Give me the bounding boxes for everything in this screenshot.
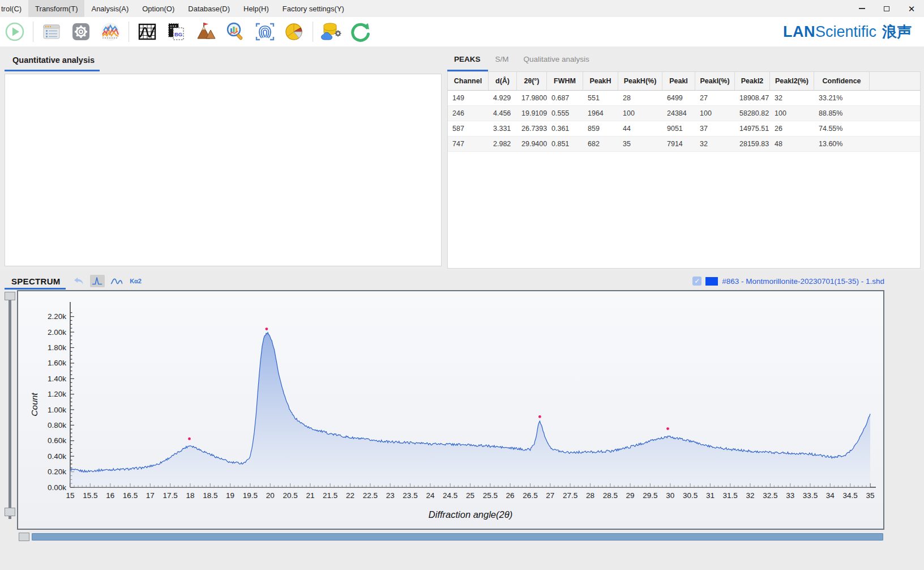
settings-button[interactable] (69, 19, 93, 44)
tab-qualitative-analysis[interactable]: Qualitative analysis (517, 53, 597, 68)
x-zoom-slider-handle[interactable] (19, 533, 29, 541)
menu-item-trolc[interactable]: trol(C) (0, 0, 28, 17)
toolbar-separator (313, 22, 313, 42)
table-cell: 28159.83 (735, 137, 770, 151)
play-button[interactable] (2, 19, 27, 44)
close-button[interactable]: ✕ (899, 0, 924, 17)
gear-icon (70, 21, 92, 42)
table-cell: 27 (695, 91, 735, 105)
search-analysis-button[interactable] (223, 19, 248, 44)
menu-item-databased[interactable]: Database(D) (181, 0, 237, 17)
svg-text:BG: BG (174, 31, 182, 37)
svg-text:30: 30 (666, 491, 674, 500)
table-cell: 0.361 (547, 121, 583, 136)
column-header: 2θ(°) (517, 72, 547, 90)
minimize-button[interactable] (849, 0, 874, 17)
peaks-panel: PEAKSS/MQualitative analysis Channeld(Å)… (447, 51, 921, 269)
play-icon (4, 21, 25, 42)
menu-item-helph[interactable]: Help(H) (237, 0, 276, 17)
table-cell: 18908.47 (735, 91, 770, 105)
y-zoom-slider-top-handle[interactable] (5, 292, 15, 300)
undo-button[interactable] (71, 275, 85, 287)
menu-item-factorysettingsy[interactable]: Factory settings(Y) (276, 0, 351, 17)
spectrum-chart-frame: 0.00k0.20k0.40k0.60k0.80k1.00k1.20k1.40k… (17, 290, 884, 530)
database-sync-icon (319, 21, 344, 42)
column-header: Channel (448, 72, 489, 90)
table-cell: 682 (583, 137, 618, 151)
table-cell: 149 (448, 91, 489, 105)
spectrum-chart: 0.00k0.20k0.40k0.60k0.80k1.00k1.20k1.40k… (18, 291, 883, 529)
table-cell: 1964 (583, 106, 618, 121)
pie-chart-icon (283, 21, 306, 42)
svg-text:29: 29 (626, 491, 635, 500)
svg-text:1.60k: 1.60k (48, 359, 66, 367)
background-subtract-button[interactable]: BG (164, 19, 189, 44)
column-header: PeakI2(%) (770, 72, 814, 90)
maximize-button[interactable] (874, 0, 899, 17)
single-peak-tool[interactable] (90, 275, 105, 287)
table-cell: 859 (583, 121, 618, 136)
y-zoom-slider-bottom-handle[interactable] (5, 508, 15, 516)
report-button[interactable] (39, 19, 64, 44)
table-cell: 28 (618, 91, 662, 105)
double-peak-icon (110, 277, 123, 286)
table-row[interactable]: 5873.33126.73930.3618594490513714975.512… (448, 121, 920, 137)
quantitative-panel: Quantitative analysis (5, 51, 442, 269)
svg-text:22: 22 (346, 491, 354, 500)
table-cell: 37 (695, 121, 735, 136)
svg-text:15: 15 (66, 491, 74, 500)
ka2-toggle[interactable]: Kα2 (129, 275, 143, 287)
fingerprint-search-button[interactable] (253, 19, 277, 44)
table-cell: 4.929 (489, 91, 517, 105)
x-range-scrollbar[interactable] (32, 533, 883, 541)
svg-text:25: 25 (466, 491, 474, 500)
grid-curve-button[interactable] (135, 19, 160, 44)
svg-text:1.40k: 1.40k (48, 375, 66, 383)
spectrum-header: SPECTRUM Kα2 ✓ (0, 272, 924, 290)
svg-text:19.5: 19.5 (243, 491, 258, 500)
table-row[interactable]: 2464.45619.91090.55519641002438410058280… (448, 106, 920, 121)
svg-text:33.5: 33.5 (803, 491, 818, 500)
column-header: d(Å) (489, 72, 517, 90)
svg-text:18: 18 (186, 491, 194, 500)
column-header: Confidence (814, 72, 870, 90)
spectrum-tools: Kα2 (71, 275, 143, 287)
wave-chart-button[interactable] (98, 19, 123, 44)
column-header: FWHM (547, 72, 583, 90)
menu-item-analysisa[interactable]: Analysis(A) (84, 0, 135, 17)
svg-text:31: 31 (706, 491, 715, 500)
pie-chart-button[interactable] (282, 19, 307, 44)
svg-text:0.00k: 0.00k (48, 483, 66, 492)
close-icon: ✕ (908, 5, 916, 13)
column-header: PeakI2 (735, 72, 770, 90)
svg-text:34.5: 34.5 (843, 491, 858, 500)
svg-text:21: 21 (306, 491, 314, 500)
double-peak-tool[interactable] (109, 275, 124, 287)
spectrum-title: SPECTRUM (0, 277, 61, 286)
table-cell: 35 (618, 137, 662, 151)
svg-text:32.5: 32.5 (763, 491, 777, 500)
menu-bar: trol(C)Transform(T)Analysis(A)Option(O)D… (0, 0, 924, 17)
menu-item-transformt[interactable]: Transform(T) (28, 0, 84, 17)
toolbar-separator (33, 22, 33, 42)
table-cell: 747 (448, 137, 489, 151)
svg-text:16.5: 16.5 (123, 491, 138, 500)
peak-search-button[interactable] (194, 19, 219, 44)
window-controls: ✕ (849, 0, 924, 17)
svg-text:24.5: 24.5 (443, 491, 457, 500)
ka2-label: Kα2 (130, 278, 142, 284)
table-row[interactable]: 7472.98229.94000.8516823579143228159.834… (448, 137, 920, 152)
peaks-table-body: 1494.92917.98000.6875512864992718908.473… (448, 91, 920, 152)
svg-text:21.5: 21.5 (323, 491, 337, 500)
refresh-button[interactable] (348, 19, 373, 44)
menu-item-optiono[interactable]: Option(O) (135, 0, 181, 17)
legend-checkbox[interactable]: ✓ (692, 277, 701, 286)
svg-text:25.5: 25.5 (483, 491, 498, 500)
table-cell: 0.687 (547, 91, 583, 105)
table-cell: 100 (695, 106, 735, 121)
svg-text:17.5: 17.5 (162, 491, 177, 500)
tab-s-m[interactable]: S/M (489, 53, 517, 68)
database-sync-button[interactable] (319, 19, 344, 44)
tab-peaks[interactable]: PEAKS (447, 53, 489, 68)
table-row[interactable]: 1494.92917.98000.6875512864992718908.473… (448, 91, 920, 106)
